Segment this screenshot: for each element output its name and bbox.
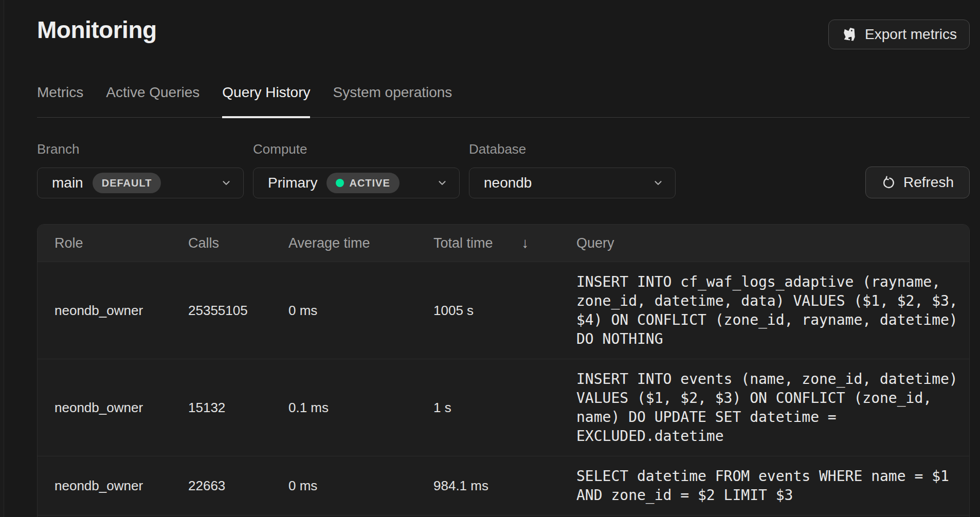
table-row[interactable]: neondb_owner 25355105 0 ms 1005 s INSERT… xyxy=(38,262,969,359)
branch-label: Branch xyxy=(37,141,244,157)
database-select[interactable]: neondb xyxy=(469,168,676,198)
tab-metrics[interactable]: Metrics xyxy=(37,84,83,118)
compute-filter: Compute Primary ACTIVE xyxy=(253,141,460,198)
export-metrics-label: Export metrics xyxy=(865,26,957,43)
compute-select[interactable]: Primary ACTIVE xyxy=(253,168,460,198)
tab-query-history[interactable]: Query History xyxy=(222,84,310,118)
branch-filter: Branch main DEFAULT xyxy=(37,141,244,198)
filter-bar: Branch main DEFAULT Compute Primary ACTI… xyxy=(37,141,970,198)
column-header-query[interactable]: Query xyxy=(576,235,960,251)
column-header-role[interactable]: Role xyxy=(55,235,188,251)
refresh-label: Refresh xyxy=(903,174,954,191)
monitoring-page: Monitoring Export metrics Metrics Active… xyxy=(4,0,980,517)
column-header-average-time[interactable]: Average time xyxy=(288,235,433,251)
query-cell: SELECT datetime FROM events WHERE name =… xyxy=(576,456,960,515)
query-history-table: Role Calls Average time Total time ↓ Que… xyxy=(37,224,970,517)
active-badge: ACTIVE xyxy=(326,173,399,193)
calls-cell: 22663 xyxy=(188,478,288,494)
database-label: Database xyxy=(469,141,676,157)
total-time-label: Total time xyxy=(433,235,493,251)
table-header-row: Role Calls Average time Total time ↓ Que… xyxy=(38,225,969,262)
average-time-cell: 0 ms xyxy=(288,303,433,319)
compute-label: Compute xyxy=(253,141,460,157)
active-badge-label: ACTIVE xyxy=(349,177,390,189)
total-time-cell: 1005 s xyxy=(433,303,576,319)
compute-value: Primary xyxy=(268,175,317,191)
table-row[interactable]: neondb_owner 22663 0 ms 984.1 ms SELECT … xyxy=(38,456,969,515)
status-dot-icon xyxy=(336,179,344,187)
chevron-down-icon xyxy=(437,177,448,189)
role-cell: neondb_owner xyxy=(55,478,188,494)
export-metrics-button[interactable]: Export metrics xyxy=(828,20,970,49)
tab-active-queries[interactable]: Active Queries xyxy=(106,84,199,118)
total-time-cell: 984.1 ms xyxy=(433,478,576,494)
role-cell: neondb_owner xyxy=(55,303,188,319)
refresh-button[interactable]: Refresh xyxy=(865,167,970,198)
page-header: Monitoring Export metrics xyxy=(37,15,970,49)
table-row-partial xyxy=(38,515,969,517)
calls-cell: 25355105 xyxy=(188,303,288,319)
average-time-cell: 0 ms xyxy=(288,478,433,494)
query-cell: INSERT INTO events (name, zone_id, datet… xyxy=(576,359,960,456)
chevron-down-icon xyxy=(652,177,664,189)
sort-desc-icon: ↓ xyxy=(522,235,529,251)
default-badge: DEFAULT xyxy=(93,173,161,193)
table-row[interactable]: neondb_owner 15132 0.1 ms 1 s INSERT INT… xyxy=(38,359,969,456)
average-time-cell: 0.1 ms xyxy=(288,400,433,416)
datadog-icon xyxy=(841,26,858,43)
tab-bar: Metrics Active Queries Query History Sys… xyxy=(37,84,970,118)
role-cell: neondb_owner xyxy=(55,400,188,416)
refresh-icon xyxy=(881,176,895,190)
column-header-calls[interactable]: Calls xyxy=(188,235,288,251)
chevron-down-icon xyxy=(221,177,232,189)
database-filter: Database neondb xyxy=(469,141,676,198)
query-cell: INSERT INTO cf_waf_logs_adaptive (raynam… xyxy=(576,262,960,359)
page-title: Monitoring xyxy=(37,15,157,44)
total-time-cell: 1 s xyxy=(433,400,576,416)
branch-select[interactable]: main DEFAULT xyxy=(37,168,244,198)
database-value: neondb xyxy=(484,175,532,191)
calls-cell: 15132 xyxy=(188,400,288,416)
branch-value: main xyxy=(52,175,83,191)
column-header-total-time[interactable]: Total time ↓ xyxy=(433,235,576,251)
tab-system-operations[interactable]: System operations xyxy=(333,84,452,118)
sidebar-edge xyxy=(0,0,4,517)
